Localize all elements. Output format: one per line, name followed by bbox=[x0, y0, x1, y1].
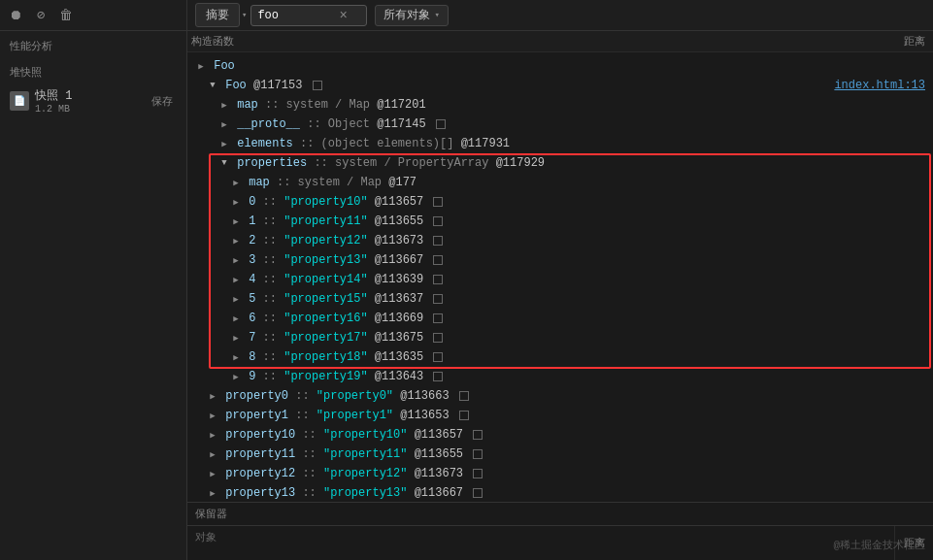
toggle-icon[interactable]: ▶ bbox=[218, 138, 230, 149]
snapshot-item[interactable]: 📄 快照 1 1.2 MB 保存 bbox=[0, 83, 186, 118]
tree-row[interactable]: ▼ properties :: system / PropertyArray @… bbox=[187, 153, 933, 173]
dot-box[interactable] bbox=[433, 197, 443, 207]
delete-icon[interactable]: 🗑 bbox=[58, 8, 74, 23]
row-text: 1 :: "property11" @113655 bbox=[242, 214, 443, 228]
tree-row[interactable]: ▶ 5 :: "property15" @113637 bbox=[187, 289, 933, 309]
toggle-icon[interactable]: ▶ bbox=[230, 254, 242, 266]
summary-chevron: ▾ bbox=[242, 10, 247, 20]
dot-box[interactable] bbox=[459, 391, 469, 401]
tree-row[interactable]: ▶ 1 :: "property11" @113655 bbox=[187, 212, 933, 231]
row-text: property13 :: "property13" @113667 bbox=[218, 486, 483, 500]
tree-row[interactable]: ▶ property12 :: "property12" @113673 bbox=[187, 464, 933, 483]
summary-dropdown[interactable]: 摘要 ▾ bbox=[195, 3, 247, 27]
tree-row[interactable]: ▶ property13 :: "property13" @113667 bbox=[187, 483, 933, 502]
row-text: property10 :: "property10" @113657 bbox=[218, 428, 483, 442]
search-container: × bbox=[250, 5, 367, 26]
toggle-icon[interactable]: ▶ bbox=[230, 274, 242, 285]
toggle-icon[interactable]: ▶ bbox=[230, 313, 242, 324]
dot-box[interactable] bbox=[433, 275, 443, 284]
snapshot-save-button[interactable]: 保存 bbox=[148, 92, 177, 111]
summary-button[interactable]: 摘要 bbox=[195, 3, 240, 27]
dot-box[interactable] bbox=[473, 449, 483, 459]
tree-row[interactable]: ▶ 8 :: "property18" @113635 bbox=[187, 347, 933, 367]
dot-box[interactable] bbox=[433, 236, 443, 246]
row-text: Foo bbox=[207, 59, 235, 73]
snapshot-size: 1.2 MB bbox=[35, 104, 148, 115]
dot-box[interactable] bbox=[433, 372, 443, 381]
search-clear-button[interactable]: × bbox=[339, 8, 347, 23]
tree-row[interactable]: ▶ property0 :: "property0" @113663 bbox=[187, 386, 933, 406]
sidebar: ⏺ ⊘ 🗑 性能分析 堆快照 📄 快照 1 1.2 MB 保存 bbox=[0, 0, 187, 560]
tree-row[interactable]: ▶ Foo bbox=[187, 56, 933, 76]
stop-icon[interactable]: ⊘ bbox=[33, 8, 49, 23]
tree-rows-wrapper: ▶ Foo ▼ Foo @117153 index.html:13 ▶ bbox=[187, 56, 933, 502]
tree-row[interactable]: ▶ property1 :: "property1" @113653 bbox=[187, 406, 933, 425]
tree-row[interactable]: ▶ 9 :: "property19" @113643 bbox=[187, 367, 933, 386]
toggle-icon[interactable]: ▶ bbox=[218, 118, 230, 130]
row-text: elements :: (object elements)[] @117931 bbox=[230, 137, 510, 150]
dot-box[interactable] bbox=[459, 411, 469, 420]
toggle-icon[interactable]: ▶ bbox=[195, 60, 207, 72]
dot-box[interactable] bbox=[313, 81, 322, 90]
row-text: 7 :: "property17" @113675 bbox=[242, 331, 443, 345]
dot-box[interactable] bbox=[433, 216, 443, 226]
tree-row[interactable]: ▶ 3 :: "property13" @113667 bbox=[187, 250, 933, 270]
toggle-icon[interactable]: ▶ bbox=[230, 332, 242, 344]
tree-panel[interactable]: ▶ Foo ▼ Foo @117153 index.html:13 ▶ bbox=[187, 52, 933, 502]
tree-row[interactable]: ▶ 6 :: "property16" @113669 bbox=[187, 309, 933, 328]
toggle-icon[interactable]: ▼ bbox=[207, 80, 218, 91]
snapshot-name: 快照 1 bbox=[35, 87, 148, 104]
filter-dropdown[interactable]: 所有对象 ▾ bbox=[375, 5, 448, 26]
tree-row[interactable]: ▶ elements :: (object elements)[] @11793… bbox=[187, 134, 933, 153]
row-text: 2 :: "property12" @113673 bbox=[242, 234, 443, 247]
row-text: 3 :: "property13" @113667 bbox=[242, 253, 443, 267]
toggle-icon[interactable]: ▶ bbox=[230, 177, 242, 188]
dot-box[interactable] bbox=[433, 255, 443, 265]
dot-box[interactable] bbox=[473, 430, 483, 440]
tree-row[interactable]: ▶ 7 :: "property17" @113675 bbox=[187, 328, 933, 347]
tree-row[interactable]: ▶ 2 :: "property12" @113673 bbox=[187, 231, 933, 250]
row-text: property12 :: "property12" @113673 bbox=[218, 467, 483, 480]
dot-box[interactable] bbox=[473, 488, 483, 498]
row-text: 5 :: "property15" @113637 bbox=[242, 292, 443, 306]
dot-box[interactable] bbox=[433, 352, 443, 362]
toggle-icon[interactable]: ▼ bbox=[218, 157, 230, 169]
dot-box[interactable] bbox=[473, 469, 483, 478]
toggle-icon[interactable]: ▶ bbox=[230, 215, 242, 227]
tree-row[interactable]: ▶ map :: system / Map @117201 bbox=[187, 95, 933, 115]
toggle-icon[interactable]: ▶ bbox=[230, 293, 242, 305]
source-link[interactable]: index.html:13 bbox=[834, 79, 925, 92]
tree-row[interactable]: ▶ map :: system / Map @177 bbox=[187, 173, 933, 192]
row-text: property11 :: "property11" @113655 bbox=[218, 447, 483, 461]
dot-box[interactable] bbox=[436, 119, 446, 129]
tree-row[interactable]: ▶ property10 :: "property10" @113657 bbox=[187, 425, 933, 445]
toggle-icon[interactable]: ▶ bbox=[207, 390, 218, 402]
row-text: 9 :: "property19" @113643 bbox=[242, 370, 443, 383]
record-icon[interactable]: ⏺ bbox=[8, 8, 23, 23]
toggle-icon[interactable]: ▶ bbox=[207, 448, 218, 460]
tree-row[interactable]: ▶ 4 :: "property14" @113639 bbox=[187, 270, 933, 289]
toggle-icon[interactable]: ▶ bbox=[230, 235, 242, 247]
toggle-icon[interactable]: ▶ bbox=[207, 468, 218, 479]
toggle-icon[interactable]: ▶ bbox=[218, 99, 230, 111]
search-input[interactable] bbox=[257, 9, 335, 22]
tree-row[interactable]: ▶ __proto__ :: Object @117145 bbox=[187, 115, 933, 134]
row-text: 4 :: "property14" @113639 bbox=[242, 273, 443, 286]
toggle-icon[interactable]: ▶ bbox=[230, 196, 242, 208]
toggle-icon[interactable]: ▶ bbox=[207, 410, 218, 421]
toggle-icon[interactable]: ▶ bbox=[230, 371, 242, 382]
row-text: 0 :: "property10" @113657 bbox=[242, 195, 443, 209]
tree-row[interactable]: ▶ property11 :: "property11" @113655 bbox=[187, 445, 933, 464]
row-text: property1 :: "property1" @113653 bbox=[218, 409, 469, 422]
dot-box[interactable] bbox=[433, 294, 443, 304]
toggle-icon[interactable]: ▶ bbox=[207, 487, 218, 499]
tree-row[interactable]: ▼ Foo @117153 index.html:13 bbox=[187, 76, 933, 95]
dot-box[interactable] bbox=[433, 333, 443, 343]
toggle-icon[interactable]: ▶ bbox=[230, 351, 242, 363]
tree-row[interactable]: ▶ 0 :: "property10" @113657 bbox=[187, 192, 933, 212]
row-text: 6 :: "property16" @113669 bbox=[242, 312, 443, 325]
object-label: 对象 bbox=[195, 532, 217, 544]
toggle-icon[interactable]: ▶ bbox=[207, 429, 218, 441]
content-area: ▶ Foo ▼ Foo @117153 index.html:13 ▶ bbox=[187, 52, 933, 502]
dot-box[interactable] bbox=[433, 313, 443, 323]
